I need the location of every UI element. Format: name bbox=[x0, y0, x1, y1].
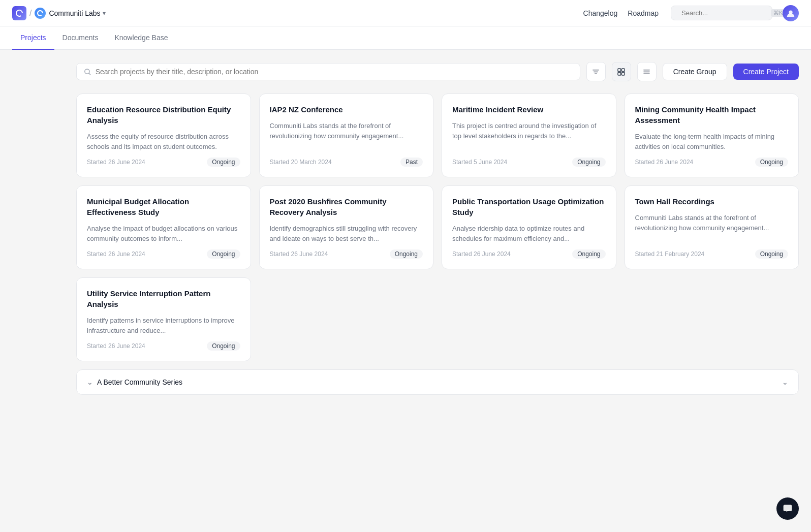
group-section-left: ⌄ A Better Community Series bbox=[87, 378, 182, 386]
workspace-logo bbox=[35, 8, 46, 19]
status-badge: Ongoing bbox=[207, 341, 240, 351]
svg-rect-4 bbox=[622, 68, 625, 71]
group-collapse-icon: ⌄ bbox=[87, 378, 93, 386]
roadmap-link[interactable]: Roadmap bbox=[628, 9, 659, 17]
project-title: Municipal Budget Allocation Effectivenes… bbox=[87, 196, 240, 217]
project-date: Started 21 February 2024 bbox=[635, 251, 705, 258]
topnav-search-input[interactable] bbox=[681, 9, 767, 17]
status-badge: Ongoing bbox=[207, 249, 240, 259]
list-icon bbox=[643, 68, 650, 76]
project-search-icon bbox=[84, 68, 91, 76]
project-card[interactable]: Post 2020 Bushfires Community Recovery A… bbox=[259, 185, 434, 269]
tab-knowledge-base[interactable]: Knowledge Base bbox=[106, 26, 176, 50]
toolbar: Create Group Create Project bbox=[76, 62, 799, 81]
tab-documents[interactable]: Documents bbox=[54, 26, 107, 50]
project-date: Started 26 June 2024 bbox=[87, 342, 145, 350]
chat-icon bbox=[783, 504, 793, 514]
project-desc: Analyse the impact of budget allocations… bbox=[87, 224, 240, 243]
group-expand-icon: ⌄ bbox=[782, 378, 788, 386]
project-footer: Started 26 June 2024 Ongoing bbox=[270, 249, 423, 259]
svg-rect-3 bbox=[618, 68, 621, 71]
project-date: Started 5 June 2024 bbox=[452, 159, 507, 166]
project-card[interactable]: Municipal Budget Allocation Effectivenes… bbox=[76, 185, 251, 269]
project-desc: Assess the equity of resource distributi… bbox=[87, 132, 240, 151]
grid-icon bbox=[617, 68, 625, 76]
project-title: Post 2020 Bushfires Community Recovery A… bbox=[270, 196, 423, 217]
status-badge: Past bbox=[400, 158, 423, 167]
create-group-button[interactable]: Create Group bbox=[663, 63, 727, 80]
project-title: Town Hall Recordings bbox=[635, 196, 789, 207]
project-card[interactable]: Town Hall Recordings Communiti Labs stan… bbox=[625, 185, 799, 269]
topnav-search[interactable]: ⌘K bbox=[671, 6, 772, 20]
workspace-name[interactable]: Communiti Labs ▾ bbox=[49, 9, 105, 17]
create-project-button[interactable]: Create Project bbox=[733, 64, 799, 80]
subnav: Projects Documents Knowledge Base bbox=[0, 26, 811, 50]
project-card[interactable]: Public Transportation Usage Optimization… bbox=[442, 185, 616, 269]
tab-projects[interactable]: Projects bbox=[12, 26, 54, 50]
project-desc: Communiti Labs stands at the forefront o… bbox=[635, 213, 789, 243]
project-title: Mining Community Health Impact Assessmen… bbox=[635, 104, 789, 126]
topnav-links: Changelog Roadmap bbox=[583, 9, 659, 17]
project-desc: Identify demographics still struggling w… bbox=[270, 224, 423, 243]
status-badge: Ongoing bbox=[207, 158, 240, 167]
status-badge: Ongoing bbox=[572, 158, 605, 167]
user-avatar[interactable] bbox=[783, 5, 799, 21]
status-badge: Ongoing bbox=[390, 249, 423, 259]
filter-icon bbox=[592, 68, 600, 76]
project-card[interactable]: Education Resource Distribution Equity A… bbox=[76, 93, 251, 177]
filter-button[interactable] bbox=[586, 62, 606, 81]
project-date: Started 20 March 2024 bbox=[270, 159, 332, 166]
group-name: A Better Community Series bbox=[97, 378, 182, 386]
changelog-link[interactable]: Changelog bbox=[583, 9, 618, 17]
project-date: Started 26 June 2024 bbox=[270, 251, 328, 258]
topnav: / Communiti Labs ▾ Changelog Roadmap ⌘K bbox=[0, 0, 811, 26]
main-content: Create Group Create Project Education Re… bbox=[0, 50, 811, 531]
project-desc: Communiti Labs stands at the forefront o… bbox=[270, 121, 423, 151]
project-title: Education Resource Distribution Equity A… bbox=[87, 104, 240, 126]
project-date: Started 26 June 2024 bbox=[452, 251, 511, 258]
logo-icon bbox=[12, 6, 26, 20]
projects-grid: Education Resource Distribution Equity A… bbox=[76, 93, 799, 361]
svg-rect-6 bbox=[622, 72, 625, 75]
project-card[interactable]: Mining Community Health Impact Assessmen… bbox=[625, 93, 799, 177]
project-footer: Started 26 June 2024 Ongoing bbox=[87, 249, 240, 259]
project-footer: Started 26 June 2024 Ongoing bbox=[635, 158, 789, 167]
project-desc: Analyse ridership data to optimize route… bbox=[452, 224, 606, 243]
status-badge: Ongoing bbox=[755, 249, 788, 259]
project-title: Utility Service Interruption Pattern Ana… bbox=[87, 288, 240, 309]
project-desc: Evaluate the long-term health impacts of… bbox=[635, 132, 789, 151]
slash-separator: / bbox=[29, 9, 32, 18]
project-title: IAP2 NZ Conference bbox=[270, 104, 423, 115]
chat-button[interactable] bbox=[776, 497, 799, 520]
project-title: Public Transportation Usage Optimization… bbox=[452, 196, 606, 217]
status-badge: Ongoing bbox=[755, 158, 788, 167]
project-search-box[interactable] bbox=[76, 63, 580, 80]
app-logo[interactable]: / Communiti Labs ▾ bbox=[12, 6, 106, 20]
project-search-input[interactable] bbox=[96, 68, 573, 76]
project-footer: Started 26 June 2024 Ongoing bbox=[452, 249, 606, 259]
project-card[interactable]: Utility Service Interruption Pattern Ana… bbox=[76, 277, 251, 361]
project-date: Started 26 June 2024 bbox=[87, 159, 145, 166]
project-footer: Started 5 June 2024 Ongoing bbox=[452, 158, 606, 167]
grid-view-button[interactable] bbox=[612, 62, 631, 81]
group-section[interactable]: ⌄ A Better Community Series ⌄ bbox=[76, 369, 799, 395]
project-card[interactable]: IAP2 NZ Conference Communiti Labs stands… bbox=[259, 93, 434, 177]
project-desc: This project is centred around the inves… bbox=[452, 121, 606, 151]
project-footer: Started 26 June 2024 Ongoing bbox=[87, 158, 240, 167]
project-title: Maritime Incident Review bbox=[452, 104, 606, 115]
project-date: Started 26 June 2024 bbox=[635, 159, 694, 166]
status-badge: Ongoing bbox=[572, 249, 605, 259]
project-desc: Identify patterns in service interruptio… bbox=[87, 316, 240, 335]
project-date: Started 26 June 2024 bbox=[87, 251, 145, 258]
project-footer: Started 21 February 2024 Ongoing bbox=[635, 249, 789, 259]
list-view-button[interactable] bbox=[637, 62, 657, 81]
project-footer: Started 26 June 2024 Ongoing bbox=[87, 341, 240, 351]
svg-rect-5 bbox=[618, 72, 621, 75]
project-footer: Started 20 March 2024 Past bbox=[270, 158, 423, 167]
workspace-chevron-icon: ▾ bbox=[103, 10, 106, 17]
project-card[interactable]: Maritime Incident Review This project is… bbox=[442, 93, 616, 177]
